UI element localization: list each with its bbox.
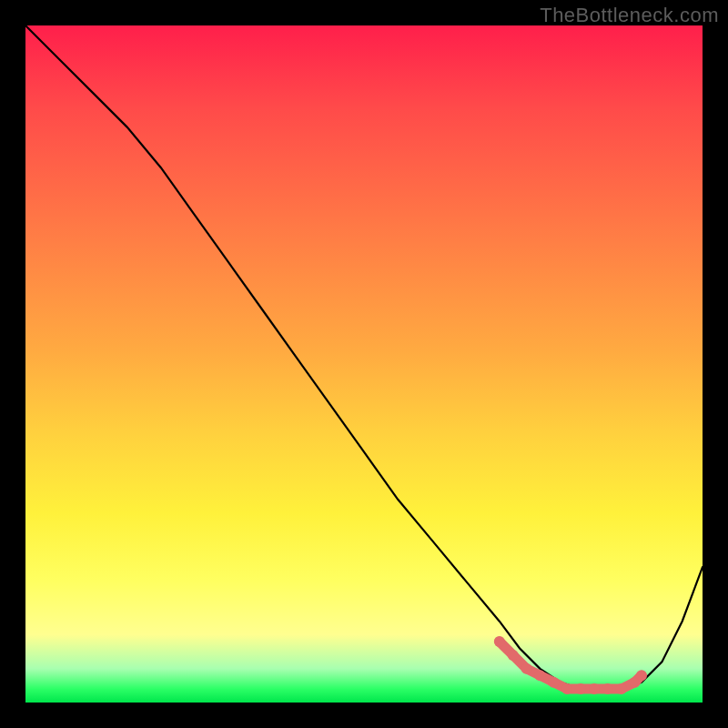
watermark-text: TheBottleneck.com [540,4,719,27]
sweet-spot-dot [521,663,532,674]
sweet-spot-dot [534,670,545,681]
plot-area [25,25,703,703]
sweet-spot-dot [602,683,613,694]
sweet-spot-dot [561,683,572,694]
bottleneck-curve-path [25,25,703,689]
chart-frame: TheBottleneck.com [0,0,728,728]
sweet-spot-dot [494,636,505,647]
curve-svg [25,25,703,703]
sweet-spot-dot [548,677,559,688]
sweet-spot-dot [636,670,647,681]
sweet-spot-dot [616,683,627,694]
sweet-spot-dot [589,683,600,694]
sweet-spot-dot [508,650,519,661]
sweet-spot-dot [575,683,586,694]
